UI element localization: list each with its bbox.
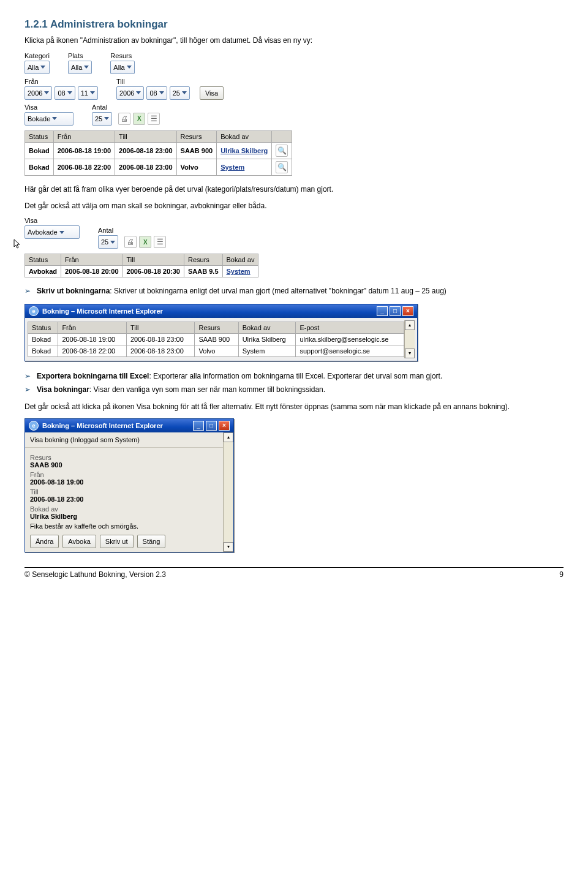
bullet-text: : Exporterar alla information om bokning… — [149, 372, 442, 380]
col-fran: Från — [61, 254, 123, 266]
fran-day-dropdown[interactable]: 11 — [78, 86, 98, 100]
print-table: Status Från Till Resurs Bokad av E-post … — [28, 322, 404, 357]
window-title: Bokning – Microsoft Internet Explorer — [42, 422, 163, 429]
scroll-down-icon[interactable]: ▾ — [224, 542, 233, 552]
col-till: Till — [115, 130, 176, 142]
minimize-button[interactable]: _ — [193, 421, 204, 431]
col-resurs: Resurs — [184, 254, 222, 266]
fran-year-dropdown[interactable]: 2006 — [24, 86, 52, 100]
bookings-table-b: Status Från Till Resurs Bokad av Avbokad… — [24, 254, 258, 277]
bullet-label: Skriv ut bokningarna — [37, 287, 110, 295]
scroll-down-icon[interactable]: ▾ — [405, 349, 415, 358]
skriv-ut-button[interactable]: Skriv ut — [100, 535, 134, 548]
bullet-visa: Visa bokningar: Visar den vanliga vyn so… — [24, 385, 564, 394]
chevron-down-icon — [84, 66, 89, 69]
cell-resurs: Volvo — [195, 345, 238, 356]
till-year-dropdown[interactable]: 2006 — [116, 86, 144, 100]
maximize-button[interactable]: □ — [390, 306, 401, 316]
resurs-value: Alla — [113, 64, 124, 71]
till-month-dropdown[interactable]: 08 — [146, 86, 167, 100]
antal-value: 25 — [101, 238, 108, 246]
fran-month-value: 08 — [58, 89, 65, 97]
window-titlebar: e Bokning – Microsoft Internet Explorer … — [25, 304, 417, 318]
bullet-label: Visa bokningar — [37, 385, 89, 394]
print-icon[interactable]: 🖨 — [118, 113, 130, 125]
dialog-caption: Visa bokning (Inloggad som System) — [30, 436, 218, 443]
paragraph: Här går det att få fram olika vyer beroe… — [24, 184, 564, 195]
scrollbar[interactable]: ▴ ▾ — [404, 320, 415, 358]
paragraph-text: Det går också att klicka på ikonen Visa … — [24, 402, 510, 411]
ie-icon: e — [29, 421, 39, 431]
visa-filter-dropdown[interactable]: Bokade — [24, 112, 74, 126]
andra-button[interactable]: Ändra — [30, 535, 59, 548]
bullet-label: Exportera bokningarna till Excel — [37, 372, 149, 380]
antal-value: 25 — [95, 115, 102, 123]
close-button[interactable]: × — [219, 421, 230, 431]
fran-year-value: 2006 — [28, 89, 42, 97]
magnifier-icon[interactable]: 🔍 — [276, 145, 288, 157]
minimize-button[interactable]: _ — [377, 306, 388, 316]
excel-icon[interactable]: X — [139, 236, 151, 248]
fran-month-dropdown[interactable]: 08 — [55, 86, 75, 100]
table-row: Avbokad 2006-08-18 20:00 2006-08-18 20:3… — [25, 266, 258, 277]
cell-till: 2006-08-18 23:00 — [115, 142, 176, 159]
cursor-icon — [13, 239, 21, 249]
visa-filter-label: Visa — [24, 217, 80, 224]
antal-label: Antal — [98, 227, 166, 234]
col-resurs: Resurs — [195, 322, 238, 333]
scroll-up-icon[interactable]: ▴ — [405, 320, 415, 330]
cell-resurs: Volvo — [176, 159, 217, 175]
list-icon[interactable]: ☰ — [148, 113, 160, 125]
browser-window-detail: e Bokning – Microsoft Internet Explorer … — [24, 418, 234, 552]
col-fran: Från — [53, 130, 115, 142]
antal-dropdown[interactable]: 25 — [92, 112, 112, 126]
till-day-dropdown[interactable]: 25 — [170, 86, 190, 100]
detail-note: Fika består av kaffe/te och smörgås. — [30, 522, 218, 530]
plats-value: Alla — [71, 64, 82, 71]
print-icon[interactable]: 🖨 — [124, 236, 137, 248]
col-bokad: Bokad av — [222, 254, 258, 266]
cell-status: Bokad — [28, 345, 58, 356]
cell-fran: 2006-08-18 22:00 — [53, 159, 115, 175]
plats-label: Plats — [68, 52, 92, 59]
bullet-text: : Visar den vanliga vyn som man ser när … — [89, 385, 325, 394]
detail-label-till: Till — [30, 488, 218, 496]
scroll-up-icon[interactable]: ▴ — [224, 432, 233, 442]
resurs-dropdown[interactable]: Alla — [110, 61, 134, 74]
table-row: Bokad 2006-08-18 22:00 2006-08-18 23:00 … — [25, 159, 292, 175]
cell-resurs: SAAB 9.5 — [184, 266, 222, 277]
maximize-button[interactable]: □ — [206, 421, 217, 431]
table-row: Bokad 2006-08-18 19:00 2006-08-18 23:00 … — [25, 142, 292, 159]
avboka-button[interactable]: Avboka — [62, 535, 96, 548]
detail-value-fran: 2006-08-18 19:00 — [30, 478, 218, 486]
col-bokad: Bokad av — [238, 322, 296, 333]
kategori-dropdown[interactable]: Alla — [24, 61, 50, 74]
bokad-link[interactable]: System — [227, 268, 251, 275]
ie-icon: e — [29, 306, 39, 316]
plats-dropdown[interactable]: Alla — [68, 61, 92, 74]
list-icon[interactable]: ☰ — [154, 236, 166, 248]
bokad-link[interactable]: System — [221, 164, 244, 171]
visa-filter-dropdown[interactable]: Avbokade — [24, 225, 80, 239]
detail-value-till: 2006-08-18 23:00 — [30, 496, 218, 503]
chevron-down-icon — [67, 91, 72, 94]
magnifier-icon[interactable]: 🔍 — [276, 161, 288, 173]
filter-block-a: Kategori Alla Plats Alla Resurs Alla Frå… — [24, 52, 564, 126]
antal-dropdown[interactable]: 25 — [98, 235, 118, 249]
close-button[interactable]: × — [402, 306, 413, 316]
visa-button[interactable]: Visa — [200, 86, 224, 100]
stang-button[interactable]: Stäng — [137, 535, 166, 548]
browser-window: e Bokning – Microsoft Internet Explorer … — [24, 304, 418, 361]
paragraph: Det går också att välja om man skall se … — [24, 201, 564, 211]
scrollbar[interactable]: ▴ ▾ — [223, 432, 233, 552]
cell-epost: ulrika.skilberg@senselogic.se — [296, 333, 404, 345]
bokad-link[interactable]: Ulrika Skilberg — [221, 147, 268, 154]
chevron-down-icon — [40, 66, 45, 69]
kategori-value: Alla — [28, 64, 39, 71]
chevron-down-icon — [159, 91, 164, 94]
kategori-label: Kategori — [24, 52, 50, 59]
col-status: Status — [25, 254, 61, 266]
section-heading: 1.2.1 Administrera bokningar — [24, 18, 564, 31]
excel-icon[interactable]: X — [133, 113, 145, 125]
window-title: Bokning – Microsoft Internet Explorer — [42, 307, 163, 315]
